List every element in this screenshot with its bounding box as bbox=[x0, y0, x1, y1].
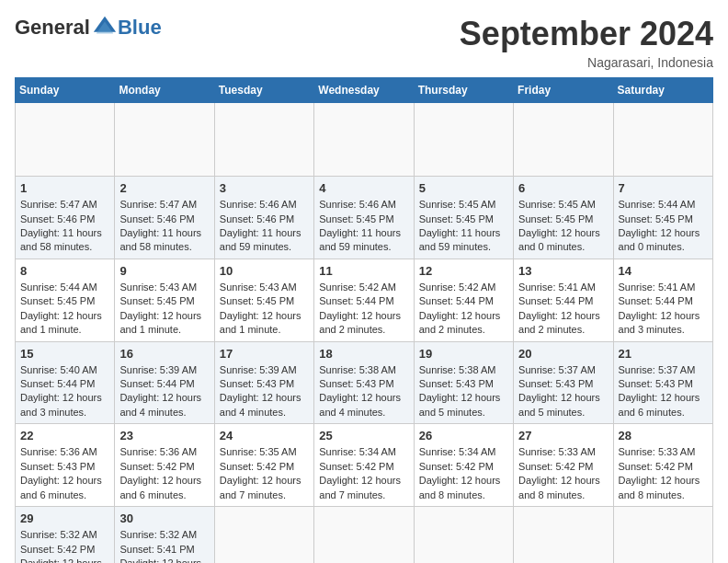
day-info: Sunrise: 5:43 AM bbox=[119, 281, 209, 294]
day-info: Daylight: 12 hours and 1 minute. bbox=[220, 309, 309, 338]
day-info: Daylight: 12 hours and 6 minutes. bbox=[619, 391, 708, 419]
day-info: Sunrise: 5:37 AM bbox=[518, 363, 608, 377]
day-info: Sunset: 5:44 PM bbox=[518, 294, 608, 308]
day-number: 26 bbox=[419, 428, 508, 444]
calendar-cell bbox=[613, 507, 712, 564]
calendar-cell: 16Sunrise: 5:39 AMSunset: 5:44 PMDayligh… bbox=[115, 341, 214, 424]
day-info: Sunset: 5:46 PM bbox=[20, 213, 109, 226]
column-header-sunday: Sunday bbox=[16, 78, 115, 103]
calendar-week-row: 29Sunrise: 5:32 AMSunset: 5:42 PMDayligh… bbox=[16, 507, 713, 564]
calendar-cell: 2Sunrise: 5:47 AMSunset: 5:46 PMDaylight… bbox=[115, 177, 214, 259]
day-number: 14 bbox=[619, 263, 708, 280]
day-info: Daylight: 12 hours and 2 minutes. bbox=[518, 309, 608, 338]
calendar-week-row: 8Sunrise: 5:44 AMSunset: 5:45 PMDaylight… bbox=[16, 259, 713, 341]
day-number: 12 bbox=[419, 263, 508, 280]
day-info: Sunset: 5:43 PM bbox=[518, 377, 608, 391]
calendar-cell: 11Sunrise: 5:42 AMSunset: 5:44 PMDayligh… bbox=[314, 259, 414, 341]
day-info: Daylight: 12 hours and 7 minutes. bbox=[319, 474, 408, 502]
day-info: Sunset: 5:43 PM bbox=[220, 377, 309, 391]
day-info: Sunset: 5:45 PM bbox=[319, 213, 408, 226]
day-info: Sunrise: 5:42 AM bbox=[319, 281, 408, 294]
calendar-cell: 17Sunrise: 5:39 AMSunset: 5:43 PMDayligh… bbox=[214, 341, 313, 424]
day-number: 23 bbox=[119, 428, 209, 444]
calendar-cell bbox=[314, 507, 414, 564]
calendar-cell: 28Sunrise: 5:33 AMSunset: 5:42 PMDayligh… bbox=[613, 424, 712, 507]
calendar-cell: 22Sunrise: 5:36 AMSunset: 5:43 PMDayligh… bbox=[16, 424, 115, 507]
day-info: Sunrise: 5:32 AM bbox=[119, 528, 209, 542]
day-info: Sunset: 5:42 PM bbox=[319, 460, 408, 474]
day-number: 11 bbox=[319, 263, 408, 280]
day-info: Sunrise: 5:33 AM bbox=[518, 445, 608, 459]
day-number: 10 bbox=[220, 263, 309, 280]
day-info: Daylight: 12 hours and 0 minutes. bbox=[518, 226, 608, 255]
day-info: Daylight: 12 hours and 0 minutes. bbox=[619, 226, 708, 255]
day-info: Sunset: 5:45 PM bbox=[619, 213, 708, 226]
day-number: 5 bbox=[419, 180, 508, 197]
column-header-wednesday: Wednesday bbox=[314, 78, 414, 103]
calendar-cell: 12Sunrise: 5:42 AMSunset: 5:44 PMDayligh… bbox=[414, 259, 513, 341]
calendar-cell bbox=[414, 103, 513, 177]
day-info: Sunset: 5:46 PM bbox=[220, 213, 309, 226]
logo-blue: Blue bbox=[118, 16, 162, 40]
day-number: 19 bbox=[419, 346, 508, 362]
day-info: Sunset: 5:44 PM bbox=[619, 294, 708, 308]
day-info: Daylight: 11 hours and 59 minutes. bbox=[220, 226, 309, 255]
day-info: Daylight: 12 hours and 9 minutes. bbox=[20, 557, 109, 563]
day-info: Daylight: 12 hours and 9 minutes. bbox=[119, 557, 209, 563]
day-info: Sunrise: 5:37 AM bbox=[619, 363, 708, 377]
calendar-cell bbox=[16, 103, 115, 177]
day-info: Daylight: 12 hours and 2 minutes. bbox=[319, 309, 408, 338]
day-info: Sunset: 5:42 PM bbox=[619, 460, 708, 474]
day-info: Daylight: 12 hours and 5 minutes. bbox=[518, 391, 608, 419]
day-info: Daylight: 12 hours and 4 minutes. bbox=[119, 391, 209, 419]
title-block: September 2024 Nagarasari, Indonesia bbox=[460, 15, 713, 70]
day-info: Daylight: 12 hours and 1 minute. bbox=[119, 309, 209, 338]
calendar-week-row: 1Sunrise: 5:47 AMSunset: 5:46 PMDaylight… bbox=[16, 177, 713, 259]
day-info: Daylight: 12 hours and 4 minutes. bbox=[220, 391, 309, 419]
day-info: Sunrise: 5:36 AM bbox=[119, 445, 209, 459]
day-info: Sunset: 5:45 PM bbox=[518, 213, 608, 226]
day-info: Sunset: 5:45 PM bbox=[20, 294, 109, 308]
day-info: Daylight: 11 hours and 59 minutes. bbox=[319, 226, 408, 255]
calendar-cell: 13Sunrise: 5:41 AMSunset: 5:44 PMDayligh… bbox=[514, 259, 613, 341]
day-number: 28 bbox=[619, 428, 708, 444]
day-number: 21 bbox=[619, 346, 708, 362]
column-header-monday: Monday bbox=[115, 78, 214, 103]
day-number: 15 bbox=[20, 346, 109, 362]
day-info: Sunset: 5:42 PM bbox=[518, 460, 608, 474]
day-info: Sunrise: 5:39 AM bbox=[119, 363, 209, 377]
column-header-thursday: Thursday bbox=[414, 78, 513, 103]
calendar-week-row: 15Sunrise: 5:40 AMSunset: 5:44 PMDayligh… bbox=[16, 341, 713, 424]
calendar-cell: 15Sunrise: 5:40 AMSunset: 5:44 PMDayligh… bbox=[16, 341, 115, 424]
column-header-friday: Friday bbox=[514, 78, 613, 103]
day-number: 18 bbox=[319, 346, 408, 362]
calendar-header-row: SundayMondayTuesdayWednesdayThursdayFrid… bbox=[16, 78, 713, 103]
calendar-cell: 25Sunrise: 5:34 AMSunset: 5:42 PMDayligh… bbox=[314, 424, 414, 507]
calendar-cell: 7Sunrise: 5:44 AMSunset: 5:45 PMDaylight… bbox=[613, 177, 712, 259]
day-info: Daylight: 12 hours and 3 minutes. bbox=[619, 309, 708, 338]
calendar-cell bbox=[115, 103, 214, 177]
day-info: Sunset: 5:44 PM bbox=[119, 377, 209, 391]
logo-general: General bbox=[15, 16, 90, 40]
day-info: Daylight: 12 hours and 1 minute. bbox=[20, 309, 109, 338]
logo-icon bbox=[92, 15, 118, 40]
day-number: 30 bbox=[119, 511, 209, 527]
day-number: 20 bbox=[518, 346, 608, 362]
day-info: Daylight: 12 hours and 8 minutes. bbox=[419, 474, 508, 502]
day-info: Sunrise: 5:38 AM bbox=[419, 363, 508, 377]
day-info: Sunrise: 5:41 AM bbox=[518, 281, 608, 294]
day-number: 4 bbox=[319, 180, 408, 197]
day-info: Sunrise: 5:40 AM bbox=[20, 363, 109, 377]
day-info: Sunrise: 5:44 AM bbox=[619, 198, 708, 212]
day-number: 8 bbox=[20, 263, 109, 280]
day-info: Sunrise: 5:46 AM bbox=[220, 198, 309, 212]
calendar-cell: 30Sunrise: 5:32 AMSunset: 5:41 PMDayligh… bbox=[115, 507, 214, 564]
month-title: September 2024 bbox=[460, 15, 713, 53]
calendar-cell bbox=[514, 507, 613, 564]
day-info: Sunrise: 5:33 AM bbox=[619, 445, 708, 459]
logo: General Blue bbox=[15, 15, 162, 40]
day-info: Sunset: 5:42 PM bbox=[220, 460, 309, 474]
day-info: Sunset: 5:45 PM bbox=[220, 294, 309, 308]
day-info: Sunset: 5:44 PM bbox=[319, 294, 408, 308]
day-number: 13 bbox=[518, 263, 608, 280]
